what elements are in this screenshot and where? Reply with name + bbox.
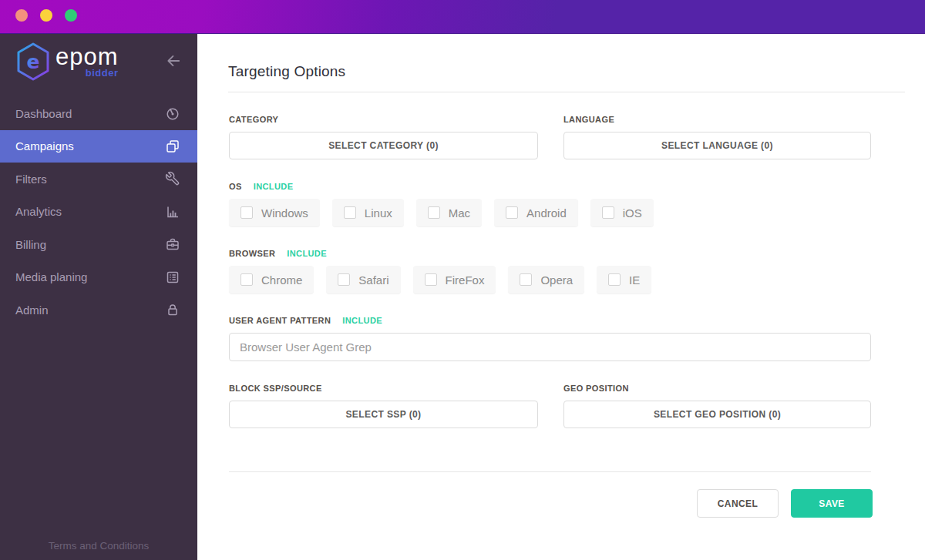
form-actions: CANCEL SAVE bbox=[229, 489, 873, 518]
sidebar: e epom bidder Dashboard bbox=[0, 34, 197, 560]
collapse-sidebar-icon[interactable] bbox=[165, 52, 182, 69]
select-ssp-button[interactable]: SELECT SSP (0) bbox=[229, 401, 538, 428]
category-field: CATEGORY SELECT CATEGORY (0) bbox=[229, 92, 538, 159]
checkbox[interactable] bbox=[425, 273, 437, 286]
minimize-window-button[interactable] bbox=[40, 9, 52, 22]
block-ssp-field: BLOCK SSP/SOURCE SELECT SSP (0) bbox=[229, 361, 538, 428]
browser-include-toggle[interactable]: INCLUDE bbox=[287, 249, 327, 258]
user-agent-field: USER AGENT PATTERN INCLUDE bbox=[229, 316, 871, 361]
checkbox[interactable] bbox=[428, 206, 440, 219]
os-option-linux[interactable]: Linux bbox=[332, 199, 404, 226]
sidebar-item-campaigns[interactable]: Campaigns bbox=[0, 130, 197, 163]
sidebar-item-label: Campaigns bbox=[15, 139, 74, 153]
language-label: LANGUAGE bbox=[563, 115, 614, 124]
sidebar-item-label: Media planing bbox=[15, 270, 87, 283]
browser-option-safari[interactable]: Safari bbox=[326, 266, 400, 293]
sidebar-item-label: Billing bbox=[15, 238, 46, 251]
cancel-button[interactable]: CANCEL bbox=[697, 489, 779, 518]
checkbox-label: FireFox bbox=[446, 273, 485, 287]
sidebar-item-label: Dashboard bbox=[15, 107, 72, 120]
checkbox-label: Linux bbox=[365, 206, 392, 220]
checkbox[interactable] bbox=[344, 206, 356, 219]
checkbox[interactable] bbox=[608, 273, 621, 286]
sidebar-item-analytics[interactable]: Analytics bbox=[0, 196, 197, 229]
checkbox[interactable] bbox=[506, 206, 518, 219]
wrench-icon bbox=[165, 171, 180, 186]
checkbox-label: IE bbox=[629, 273, 640, 287]
checkbox-label: iOS bbox=[623, 206, 642, 220]
window-titlebar bbox=[0, 0, 925, 34]
os-label: OS bbox=[229, 182, 242, 191]
os-include-toggle[interactable]: INCLUDE bbox=[254, 182, 294, 191]
geo-position-field: GEO POSITION SELECT GEO POSITION (0) bbox=[563, 361, 871, 428]
sidebar-item-media-planing[interactable]: Media planing bbox=[0, 261, 197, 294]
select-language-button[interactable]: SELECT LANGUAGE (0) bbox=[563, 132, 871, 159]
checkbox-label: Android bbox=[526, 206, 567, 220]
zoom-window-button[interactable] bbox=[65, 9, 77, 22]
language-field: LANGUAGE SELECT LANGUAGE (0) bbox=[563, 92, 871, 159]
os-option-mac[interactable]: Mac bbox=[416, 199, 482, 226]
select-category-button[interactable]: SELECT CATEGORY (0) bbox=[229, 132, 538, 159]
os-options: Windows Linux Mac Android bbox=[229, 199, 871, 226]
sidebar-item-label: Filters bbox=[15, 173, 47, 186]
checkbox[interactable] bbox=[520, 273, 532, 286]
copy-icon bbox=[165, 139, 180, 154]
os-option-ios[interactable]: iOS bbox=[590, 199, 654, 226]
main-content: Targeting Options CATEGORY SELECT CATEGO… bbox=[197, 34, 925, 560]
window-controls bbox=[15, 9, 77, 22]
checkbox-label: Opera bbox=[540, 273, 573, 287]
browser-option-ie[interactable]: IE bbox=[597, 266, 651, 293]
select-geo-position-button[interactable]: SELECT GEO POSITION (0) bbox=[563, 401, 871, 428]
sidebar-menu: Dashboard Campaigns bbox=[0, 97, 197, 327]
briefcase-icon bbox=[165, 236, 180, 252]
checkbox-label: Mac bbox=[449, 206, 470, 220]
sidebar-item-label: Analytics bbox=[15, 205, 62, 218]
browser-option-chrome[interactable]: Chrome bbox=[229, 266, 314, 293]
geo-position-label: GEO POSITION bbox=[563, 384, 629, 393]
checkbox-label: Windows bbox=[261, 206, 308, 220]
epom-logo-icon: e bbox=[15, 42, 51, 81]
checkbox[interactable] bbox=[338, 273, 350, 286]
os-option-windows[interactable]: Windows bbox=[229, 199, 320, 226]
user-agent-pattern-input[interactable] bbox=[229, 333, 871, 361]
browser-option-opera[interactable]: Opera bbox=[508, 266, 584, 293]
browser-field: BROWSER INCLUDE Chrome Safari FireFox bbox=[229, 249, 871, 293]
sidebar-item-billing[interactable]: Billing bbox=[0, 228, 197, 261]
logo-row: e epom bidder bbox=[0, 34, 197, 82]
actions-divider bbox=[229, 471, 871, 472]
brand-name: epom bbox=[56, 45, 119, 69]
user-agent-pattern-label: USER AGENT PATTERN bbox=[229, 316, 331, 325]
list-icon bbox=[165, 270, 180, 285]
close-window-button[interactable] bbox=[15, 9, 28, 22]
lock-icon bbox=[165, 302, 180, 317]
sidebar-item-label: Admin bbox=[15, 303, 49, 317]
checkbox-label: Safari bbox=[358, 273, 388, 287]
sidebar-item-dashboard[interactable]: Dashboard bbox=[0, 97, 197, 130]
browser-option-firefox[interactable]: FireFox bbox=[413, 266, 496, 293]
checkbox[interactable] bbox=[602, 206, 614, 219]
sidebar-item-admin[interactable]: Admin bbox=[0, 293, 197, 327]
checkbox-label: Chrome bbox=[261, 273, 302, 287]
os-option-android[interactable]: Android bbox=[494, 199, 578, 226]
gauge-icon bbox=[165, 106, 180, 121]
category-label: CATEGORY bbox=[229, 115, 278, 124]
block-ssp-source-label: BLOCK SSP/SOURCE bbox=[229, 384, 322, 393]
sidebar-item-filters[interactable]: Filters bbox=[0, 163, 197, 196]
browser-label: BROWSER bbox=[229, 249, 275, 258]
targeting-form: CATEGORY SELECT CATEGORY (0) LANGUAGE SE… bbox=[197, 92, 871, 518]
checkbox[interactable] bbox=[240, 206, 253, 219]
checkbox[interactable] bbox=[240, 273, 253, 286]
terms-and-conditions-link[interactable]: Terms and Conditions bbox=[0, 540, 197, 552]
browser-options: Chrome Safari FireFox Opera bbox=[229, 266, 871, 293]
user-agent-include-toggle[interactable]: INCLUDE bbox=[342, 316, 382, 325]
bar-chart-icon bbox=[165, 204, 180, 220]
app-window: e epom bidder Dashboard bbox=[0, 0, 925, 560]
os-field: OS INCLUDE Windows Linux Mac bbox=[229, 182, 871, 226]
page-title: Targeting Options bbox=[228, 63, 905, 80]
svg-text:e: e bbox=[27, 51, 40, 73]
save-button[interactable]: SAVE bbox=[791, 489, 873, 518]
